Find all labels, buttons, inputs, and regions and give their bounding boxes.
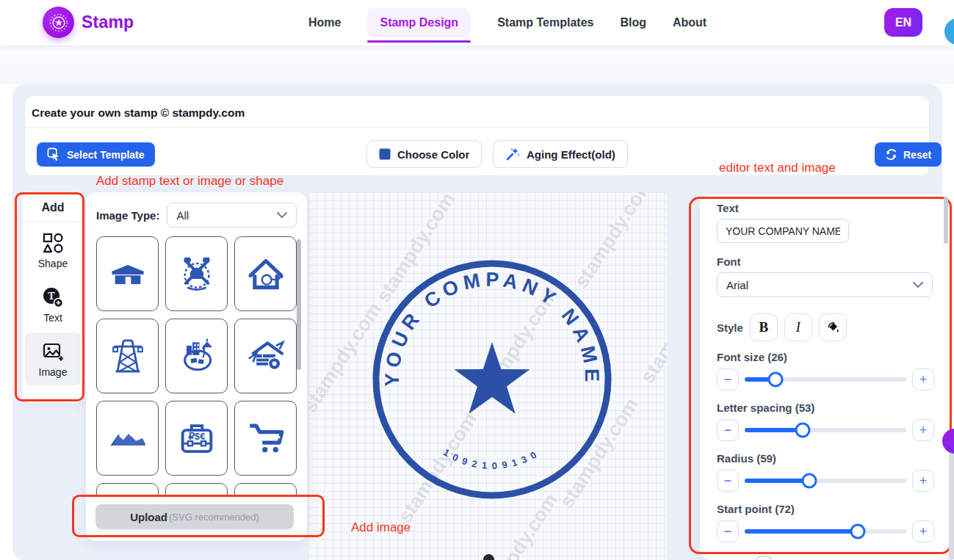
editor-panel-scrollbar[interactable] [944, 197, 948, 244]
nav-home[interactable]: Home [308, 16, 341, 29]
increase-button[interactable]: + [912, 368, 934, 390]
tile-warehouse[interactable] [96, 236, 159, 311]
brand-logo[interactable]: Stamp [43, 7, 134, 38]
shapes-icon [42, 232, 64, 254]
increase-button[interactable]: + [912, 470, 934, 492]
divider [25, 127, 929, 128]
watermark: stampdy.com [658, 460, 667, 560]
page-title: Create your own stamp © stampdy.com [32, 106, 245, 120]
sidebar-item-shape[interactable]: Shape [25, 224, 81, 277]
tile-shopping-cart[interactable] [234, 401, 297, 476]
image-tile-grid: ₽$€ [96, 236, 297, 495]
slider-track[interactable] [745, 529, 906, 534]
style-label: Style [717, 321, 743, 334]
slider-track[interactable] [745, 377, 906, 382]
house-cleaning-icon [245, 253, 286, 294]
decrease-button[interactable]: − [717, 419, 739, 441]
invert-label: Invert [717, 558, 747, 560]
aging-effect-button[interactable]: Aging Effect(old) [493, 140, 628, 168]
slider-thumb[interactable] [850, 524, 866, 539]
increase-button[interactable]: + [912, 419, 934, 441]
start-point-label: Start point (72) [717, 503, 934, 515]
magic-wand-icon [505, 147, 520, 161]
svg-text:₽$€: ₽$€ [188, 431, 206, 442]
bold-button[interactable]: B [750, 313, 778, 341]
sidebar-item-label: Shape [38, 258, 68, 269]
tile-city-travel-badge[interactable] [165, 319, 228, 393]
sidebar-item-image[interactable]: Image [25, 332, 81, 385]
add-sidebar: Add Shape T [22, 193, 84, 403]
start-point-slider: − + [717, 519, 934, 544]
image-type-label: Image Type: [96, 209, 159, 222]
text-editor-panel: Text Font Arial Style B I [700, 194, 949, 560]
nav-stamp-templates[interactable]: Stamp Templates [497, 16, 593, 29]
top-navbar: Stamp Home Stamp Design Stamp Templates … [0, 0, 954, 46]
currency-briefcase-icon: ₽$€ [176, 417, 218, 459]
refresh-icon [885, 148, 897, 161]
font-select[interactable]: Arial [717, 272, 933, 297]
stamp-canvas[interactable]: stampdy.com stampdy.com stampdy.com stam… [308, 192, 667, 560]
tile-blank[interactable] [96, 483, 159, 495]
chevron-down-icon [277, 212, 287, 218]
warehouse-icon [109, 255, 147, 293]
language-button[interactable]: EN [884, 8, 922, 37]
stamp-preview[interactable]: YOUR COMPANY NAME 1092109130 [366, 253, 618, 506]
mountains-icon [106, 416, 150, 460]
slider-thumb[interactable] [795, 423, 811, 438]
annotation-editor-panel: editor text and image [719, 161, 836, 175]
image-library-panel: Image Type: All [86, 192, 307, 541]
fill-color-button[interactable] [819, 313, 847, 341]
sidebar-item-label: Text [43, 312, 62, 324]
page-scrollbar[interactable] [949, 452, 954, 560]
nav-blog[interactable]: Blog [620, 16, 646, 29]
italic-button[interactable]: I [784, 313, 812, 341]
canvas-handle[interactable] [483, 554, 494, 560]
upload-button[interactable]: Upload (SVG recommended) [95, 504, 294, 529]
company-text-input[interactable] [717, 219, 849, 243]
invert-checkbox[interactable] [756, 556, 772, 560]
slider-track[interactable] [745, 479, 906, 483]
tile-blank[interactable] [234, 483, 297, 495]
image-type-select[interactable]: All [167, 203, 297, 228]
color-swatch-icon [379, 148, 391, 160]
choose-color-button[interactable]: Choose Color [366, 140, 482, 168]
add-text-icon: T [42, 286, 64, 308]
brand-name: Stamp [82, 12, 134, 32]
tile-transmission-tower[interactable] [96, 319, 159, 393]
increase-button[interactable]: + [912, 520, 934, 542]
add-image-icon [42, 341, 64, 363]
nav-about[interactable]: About [673, 16, 707, 29]
decrease-button[interactable]: − [717, 368, 739, 390]
decrease-button[interactable]: − [717, 520, 739, 542]
font-field-label: Font [717, 255, 934, 268]
slider-track[interactable] [745, 428, 906, 432]
tile-house-cleaning[interactable] [234, 236, 297, 311]
reset-button[interactable]: Reset [875, 142, 942, 167]
slider-thumb[interactable] [802, 473, 817, 489]
tile-currency-briefcase[interactable]: ₽$€ [165, 401, 228, 476]
select-cursor-icon [47, 148, 61, 161]
annotation-add-image: Add image [351, 520, 411, 535]
house-renovation-icon [245, 335, 286, 377]
stamp-serial-text: 1092109130 [441, 446, 543, 471]
hero-strip [0, 46, 954, 84]
tile-blank[interactable] [165, 483, 228, 495]
image-grid-scrollbar[interactable] [297, 239, 301, 370]
watermark: stampdy.com [636, 269, 667, 388]
nav-stamp-design[interactable]: Stamp Design [367, 8, 471, 37]
decrease-button[interactable]: − [717, 470, 739, 492]
text-field-label: Text [717, 202, 934, 214]
tile-house-renovation[interactable] [234, 319, 297, 393]
letter-spacing-slider: − + [717, 418, 934, 443]
tile-mountains[interactable] [96, 401, 159, 476]
tile-fire-brigade-emblem[interactable] [165, 236, 228, 311]
shopping-cart-icon [245, 417, 287, 459]
stamp-star [455, 342, 530, 414]
paint-bucket-icon [825, 320, 840, 335]
annotation-add-panel: Add stamp text or image or shape [96, 174, 283, 189]
fire-brigade-emblem-icon [176, 253, 217, 294]
sidebar-item-text[interactable]: T Text [25, 278, 81, 331]
slider-thumb[interactable] [767, 372, 783, 388]
invert-row: Invert [717, 556, 934, 560]
select-template-button[interactable]: Select Template [37, 142, 155, 167]
